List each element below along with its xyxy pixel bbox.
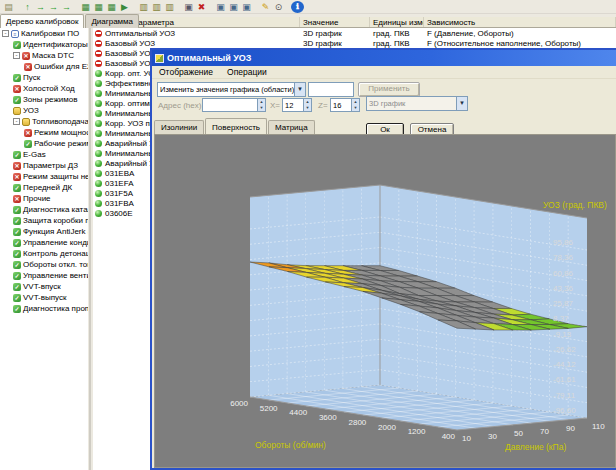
arrow-right3-icon[interactable]: →	[60, 1, 73, 13]
tree-item[interactable]: ✕Режим мощностного о	[0, 127, 88, 138]
tree-item[interactable]: ✓Защита коробки переда	[0, 215, 88, 226]
pressure-tick-label: 50	[514, 429, 523, 438]
arrow-up-icon[interactable]: ↑	[21, 1, 34, 13]
tree-item[interactable]: ✕Ошибки для Е2	[0, 61, 88, 72]
table-export-icon[interactable]: ▦	[92, 1, 105, 13]
menu-operations[interactable]: Операции	[220, 67, 274, 77]
tree-item[interactable]: ✓Диагностика катализато	[0, 204, 88, 215]
tree-item[interactable]: УОЗ	[0, 105, 88, 116]
info-icon[interactable]: ℹ	[291, 1, 304, 13]
save-map-icon[interactable]: ▥	[137, 1, 150, 13]
tree-item[interactable]: ✓Контроль детонации	[0, 248, 88, 259]
address-spinner[interactable]: ▲▼	[257, 99, 265, 111]
z-tick-label: 78,36	[553, 253, 574, 262]
column-header[interactable]: Единицы изме...	[370, 17, 424, 27]
window-new-icon[interactable]: ▣	[240, 1, 253, 13]
green-tree-icon: ✓	[13, 96, 21, 104]
tree-item[interactable]: ✕Прочие	[0, 193, 88, 204]
edit-icon[interactable]: ✎	[259, 1, 272, 13]
z-size-input[interactable]: 16 ▲▼	[330, 98, 360, 112]
green-tree-icon: ✓	[13, 239, 21, 247]
locked-param-icon	[95, 50, 102, 57]
tab-matrix[interactable]: Матрица	[268, 120, 315, 134]
column-header[interactable]: Зависимость	[424, 17, 616, 27]
table-row[interactable]: Оптимальный УОЗ3D графикград. ПКВF (Давл…	[93, 28, 616, 38]
chevron-down-icon[interactable]: ▼	[456, 97, 467, 110]
z-tick-label: -79,11	[553, 391, 576, 400]
tree-item[interactable]: ✓Пуск	[0, 72, 88, 83]
graph-type-combobox[interactable]: 3D график ▼	[366, 96, 468, 111]
window-cascade-icon[interactable]: ▣	[214, 1, 227, 13]
run-icon[interactable]: ▶	[118, 1, 131, 13]
book-tree-icon: ≡	[11, 30, 19, 38]
tree-item-label: Зоны режимов	[23, 95, 78, 104]
main-toolbar: ▤↑→→→▦▦▦▶▥▥▥▣✖▣▣▣✎⊙ℹ	[0, 0, 616, 14]
tree-item[interactable]: ✓Функция AntiJerk (проти	[0, 226, 88, 237]
arrow-right-icon[interactable]: →	[34, 1, 47, 13]
chevron-down-icon[interactable]: ▼	[294, 83, 305, 96]
tree-item[interactable]: ✕Холостой Ход	[0, 83, 88, 94]
expander-icon[interactable]: -	[13, 52, 20, 59]
tree-item-label: VVT-впуск	[23, 282, 61, 291]
tree-item[interactable]: ✓Рабочие режимы	[0, 138, 88, 149]
param-status-icon	[95, 200, 102, 207]
param-status-icon	[95, 160, 102, 167]
tab-surface[interactable]: Поверхность	[205, 118, 267, 134]
tree-item[interactable]: -≡Калибровки ПО	[0, 28, 88, 39]
expander-icon[interactable]: -	[2, 30, 9, 37]
tree-item[interactable]: ✓Диагностика пропусков	[0, 303, 88, 314]
expander-icon[interactable]: -	[13, 118, 20, 125]
tree-item[interactable]: -✕Маска DTC	[0, 50, 88, 61]
z-size-spinner[interactable]: ▲▼	[351, 99, 359, 111]
search-icon[interactable]: ⊙	[272, 1, 285, 13]
table-sync-icon[interactable]: ▦	[105, 1, 118, 13]
delete-icon[interactable]: ✖	[195, 1, 208, 13]
tab-diagram[interactable]: Диаграмма	[85, 14, 139, 28]
column-header[interactable]: Значение	[300, 17, 370, 27]
tree-item-label: Рабочие режимы	[34, 139, 88, 148]
tree-item[interactable]: ✓Идентификаторы	[0, 39, 88, 50]
x-size-spinner[interactable]: ▲▼	[303, 99, 311, 111]
param-name: 03606E	[105, 209, 133, 218]
tree-item[interactable]: ✓E-Gas	[0, 149, 88, 160]
tab-isolines[interactable]: Изолинии	[154, 120, 204, 134]
param-value: 3D график	[300, 29, 370, 38]
tree-item[interactable]: ✓VVT-впуск	[0, 281, 88, 292]
x-label: X=	[270, 101, 280, 110]
tree-item[interactable]: ✓Обороты откл. топливо	[0, 259, 88, 270]
load-map-icon[interactable]: ▥	[150, 1, 163, 13]
tree-item-label: Маска DTC	[32, 51, 74, 60]
tree-item[interactable]: ✓VVT-выпуск	[0, 292, 88, 303]
tree-item[interactable]: ✓Управление вентилятор	[0, 270, 88, 281]
tree-item-label: Ошибки для Е2	[34, 62, 88, 71]
window-tile-icon[interactable]: ▣	[227, 1, 240, 13]
action-combobox[interactable]: Изменить значения графика (области) на з…	[157, 82, 306, 97]
arrow-right2-icon[interactable]: →	[47, 1, 60, 13]
green-tree-icon: ✓	[13, 184, 21, 192]
tree-item[interactable]: ✕Режим защиты нейтрализ	[0, 171, 88, 182]
paste-icon[interactable]: ▣	[182, 1, 195, 13]
x-size-value: 12	[285, 101, 293, 110]
optimal-uoz-dialog: Оптимальный УОЗ Отображение Операции Изм…	[150, 48, 616, 470]
menu-display[interactable]: Отображение	[152, 67, 220, 77]
tree-item[interactable]: ✓Передней ДК	[0, 182, 88, 193]
open-file-icon[interactable]: ▤	[2, 1, 15, 13]
copy-map-icon[interactable]: ▥	[163, 1, 176, 13]
tree-item[interactable]: ✕Параметры ДЗ	[0, 160, 88, 171]
apply-button[interactable]: Применить	[358, 82, 420, 97]
param-dependency: F (Давление, Обороты)	[424, 29, 616, 38]
dialog-titlebar[interactable]: Оптимальный УОЗ	[152, 50, 616, 66]
address-input[interactable]: ▲▼	[202, 98, 266, 112]
tree-item[interactable]: -Топливоподача	[0, 116, 88, 127]
table-import-icon[interactable]: ▦	[79, 1, 92, 13]
x-size-input[interactable]: 12 ▲▼	[282, 98, 312, 112]
value-input[interactable]	[308, 82, 354, 97]
tree-item-label: Режим защиты нейтрализ	[23, 172, 88, 181]
table-row[interactable]: Базовый УОЗ3D графикград. ПКВF (Относите…	[93, 38, 616, 48]
surface-3d-chart[interactable]: 95,8678,3660,8643,3625,878,37-9,13-26,62…	[155, 135, 616, 468]
tree-item[interactable]: ✓Зоны режимов	[0, 94, 88, 105]
chart-area[interactable]: 95,8678,3660,8643,3625,878,37-9,13-26,62…	[154, 134, 616, 468]
panel-splitter[interactable]	[89, 28, 91, 470]
tab-calibration-tree[interactable]: Дерево калибровок	[0, 14, 84, 28]
tree-item[interactable]: ✓Управление кондиционе	[0, 237, 88, 248]
